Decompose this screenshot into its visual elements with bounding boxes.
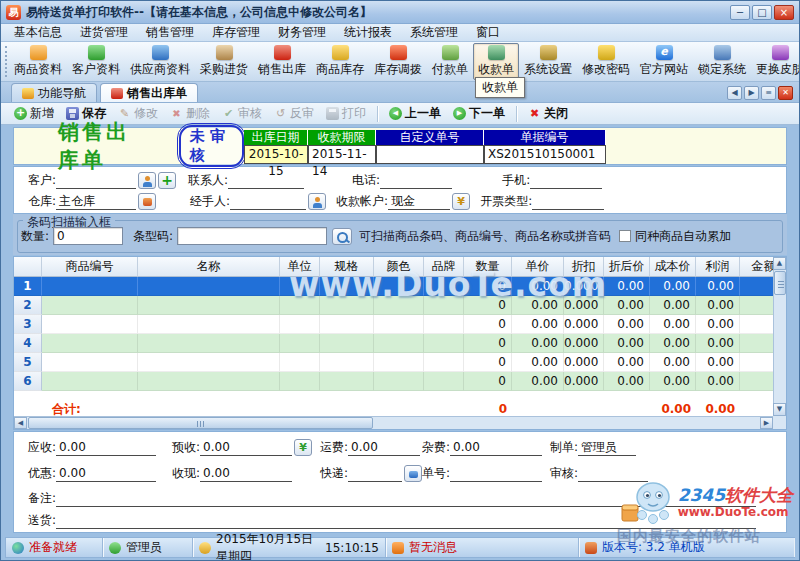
table-cell[interactable]: 0.00: [512, 315, 564, 334]
misc-fee-field[interactable]: 0.00: [450, 440, 542, 456]
table-cell[interactable]: 0.00: [604, 353, 650, 372]
handler-lookup-button[interactable]: [308, 193, 326, 210]
table-cell[interactable]: 0: [464, 315, 512, 334]
menu-item-reports[interactable]: 统计报表: [335, 23, 401, 42]
account-field[interactable]: 现金: [388, 194, 450, 210]
table-cell[interactable]: [42, 372, 138, 391]
row-number-cell[interactable]: 5: [14, 353, 42, 372]
due-date-field[interactable]: 2015-11-14: [308, 145, 376, 164]
table-cell[interactable]: 0.00: [696, 315, 740, 334]
action-next-button[interactable]: 下一单: [448, 104, 510, 123]
custom-number-field[interactable]: [376, 145, 484, 164]
barcode-search-icon[interactable]: [332, 228, 352, 245]
table-cell[interactable]: 0.00: [604, 334, 650, 353]
table-cell[interactable]: [424, 372, 464, 391]
customer-add-button[interactable]: [158, 172, 176, 189]
vertical-scroll-thumb[interactable]: [774, 271, 786, 295]
table-cell[interactable]: [374, 296, 424, 315]
toolbar-lock-system[interactable]: 锁定系统: [693, 43, 751, 80]
customer-field[interactable]: [56, 173, 136, 189]
table-cell[interactable]: [280, 315, 320, 334]
table-cell[interactable]: [424, 353, 464, 372]
action-new-button[interactable]: 新增: [9, 104, 59, 123]
table-cell[interactable]: [320, 334, 374, 353]
action-print-button[interactable]: 打印: [321, 104, 371, 123]
table-cell[interactable]: [138, 334, 280, 353]
handler-field[interactable]: [230, 194, 306, 210]
toolbar-supplier-info[interactable]: 供应商资料: [125, 43, 195, 80]
table-cell[interactable]: 0.00: [604, 372, 650, 391]
table-cell[interactable]: 0.00: [512, 296, 564, 315]
action-unaudit-button[interactable]: 反审: [269, 104, 319, 123]
table-cell[interactable]: [374, 277, 424, 296]
table-cell[interactable]: 0: [464, 353, 512, 372]
tab-scroll-right-icon[interactable]: ▶: [744, 86, 759, 100]
table-cell[interactable]: [42, 277, 138, 296]
row-number-cell[interactable]: 6: [14, 372, 42, 391]
table-cell[interactable]: 0.000: [564, 296, 604, 315]
cash-field[interactable]: 0.00: [200, 466, 292, 482]
toolbar-product-info[interactable]: 商品资料: [9, 43, 67, 80]
toolbar-official-website[interactable]: 官方网站: [635, 43, 693, 80]
tab-function-nav[interactable]: 功能导航: [11, 83, 97, 102]
menu-item-system[interactable]: 系统管理: [401, 23, 467, 42]
table-cell[interactable]: [374, 353, 424, 372]
table-cell[interactable]: [740, 353, 773, 372]
scroll-right-icon[interactable]: ▶: [760, 417, 773, 429]
table-cell[interactable]: [424, 315, 464, 334]
table-cell[interactable]: [374, 315, 424, 334]
table-cell[interactable]: [740, 277, 773, 296]
doc-number-field[interactable]: XS201510150001: [484, 145, 606, 164]
table-cell[interactable]: [280, 296, 320, 315]
table-cell[interactable]: [320, 296, 374, 315]
table-cell[interactable]: 0.00: [696, 296, 740, 315]
table-cell[interactable]: 0.00: [650, 315, 696, 334]
table-cell[interactable]: [424, 277, 464, 296]
row-number-cell[interactable]: 4: [14, 334, 42, 353]
scroll-down-icon[interactable]: ▼: [773, 403, 786, 416]
table-cell[interactable]: 0.000: [564, 334, 604, 353]
table-cell[interactable]: [138, 372, 280, 391]
tracking-field[interactable]: [450, 466, 542, 482]
table-cell[interactable]: 0.00: [512, 334, 564, 353]
table-cell[interactable]: 0.00: [696, 277, 740, 296]
scroll-up-icon[interactable]: ▲: [773, 257, 786, 270]
table-cell[interactable]: 0.00: [512, 372, 564, 391]
table-cell[interactable]: [424, 334, 464, 353]
table-cell[interactable]: [138, 296, 280, 315]
tab-sales-order[interactable]: 销售出库单: [100, 83, 198, 102]
horizontal-scroll-thumb[interactable]: [28, 417, 373, 429]
table-cell[interactable]: [740, 334, 773, 353]
tab-scroll-left-icon[interactable]: ◀: [727, 86, 742, 100]
table-cell[interactable]: [138, 353, 280, 372]
table-cell[interactable]: 0.00: [512, 353, 564, 372]
table-cell[interactable]: [42, 296, 138, 315]
table-cell[interactable]: 0.00: [650, 296, 696, 315]
table-cell[interactable]: [424, 296, 464, 315]
table-cell[interactable]: 0.00: [512, 277, 564, 296]
table-cell[interactable]: [740, 296, 773, 315]
delivery-field[interactable]: [56, 513, 756, 529]
menu-item-inventory[interactable]: 库存管理: [203, 23, 269, 42]
table-cell[interactable]: 0.00: [650, 353, 696, 372]
table-cell[interactable]: 0.000: [564, 277, 604, 296]
toolbar-receipt-bill[interactable]: 收款单 收款单: [473, 43, 519, 80]
table-cell[interactable]: [740, 372, 773, 391]
table-cell[interactable]: [374, 334, 424, 353]
table-cell[interactable]: 0: [464, 334, 512, 353]
discount-field[interactable]: 0.00: [56, 466, 156, 482]
table-cell[interactable]: 0.00: [696, 334, 740, 353]
phone-field[interactable]: [380, 173, 452, 189]
table-cell[interactable]: 0.00: [604, 277, 650, 296]
menu-item-finance[interactable]: 财务管理: [269, 23, 335, 42]
row-number-cell[interactable]: 1: [14, 277, 42, 296]
table-cell[interactable]: 0.000: [564, 315, 604, 334]
prepaid-select-button[interactable]: [294, 439, 312, 456]
account-lookup-button[interactable]: [452, 193, 470, 210]
table-cell[interactable]: 0: [464, 296, 512, 315]
freight-field[interactable]: 0.00: [348, 440, 420, 456]
table-cell[interactable]: [280, 334, 320, 353]
toolbar-change-skin[interactable]: 更换皮肤▾: [751, 43, 800, 80]
remark-field[interactable]: [56, 491, 756, 507]
action-audit-button[interactable]: 审核: [217, 104, 267, 123]
